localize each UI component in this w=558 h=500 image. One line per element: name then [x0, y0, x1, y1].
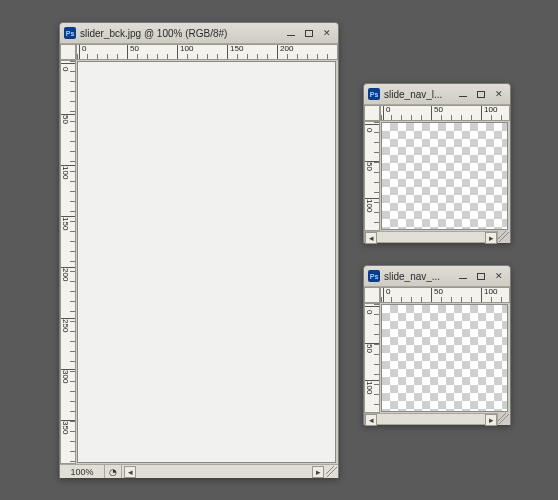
ruler-h-tick: 0: [82, 44, 86, 53]
ruler-corner: [60, 44, 76, 60]
maximize-button[interactable]: [474, 270, 488, 282]
titlebar[interactable]: Ps slide_nav_l...: [364, 84, 510, 105]
document-window-2[interactable]: Ps slide_nav_l... 0 50 100 0 50 100 ◂ ▸: [363, 83, 511, 243]
ruler-v-tick: 150: [61, 217, 70, 230]
ruler-corner: [364, 287, 380, 303]
statusbar: 100% ◔ ◂ ▸: [60, 464, 338, 478]
canvas[interactable]: [77, 61, 336, 463]
maximize-button[interactable]: [474, 88, 488, 100]
ruler-v-tick: 50: [365, 162, 374, 171]
window-title: slide_nav_l...: [384, 89, 442, 100]
scroll-right-button[interactable]: ▸: [485, 232, 497, 244]
photoshop-icon: Ps: [64, 27, 76, 39]
close-button[interactable]: [320, 27, 334, 39]
ruler-h-tick: 150: [230, 44, 243, 53]
document-window-3[interactable]: Ps slide_nav_... 0 50 100 0 50 100 ◂ ▸: [363, 265, 511, 425]
zoom-field[interactable]: 100%: [60, 465, 105, 478]
ruler-v-tick: 0: [365, 128, 374, 132]
ruler-v-tick: 100: [365, 199, 374, 212]
ruler-h-tick: 50: [434, 287, 443, 296]
ruler-horizontal[interactable]: 0 50 100 150 200: [76, 44, 338, 60]
ruler-h-tick: 200: [280, 44, 293, 53]
status-info-icon[interactable]: ◔: [105, 465, 122, 478]
ruler-v-tick: 250: [61, 319, 70, 332]
ruler-vertical[interactable]: 0 50 100 150 200 250 300 350: [60, 60, 76, 464]
titlebar[interactable]: Ps slider_bck.jpg @ 100% (RGB/8#): [60, 23, 338, 44]
ruler-v-tick: 100: [61, 166, 70, 179]
canvas[interactable]: [381, 304, 508, 412]
ruler-horizontal[interactable]: 0 50 100: [380, 105, 510, 121]
ruler-v-tick: 0: [365, 310, 374, 314]
canvas[interactable]: [381, 122, 508, 230]
scroll-right-button[interactable]: ▸: [312, 466, 324, 478]
ruler-h-tick: 0: [386, 287, 390, 296]
ruler-h-tick: 100: [180, 44, 193, 53]
close-button[interactable]: [492, 88, 506, 100]
ruler-v-tick: 100: [365, 381, 374, 394]
photoshop-icon: Ps: [368, 270, 380, 282]
ruler-corner: [364, 105, 380, 121]
ruler-h-tick: 100: [484, 287, 497, 296]
scroll-left-button[interactable]: ◂: [365, 232, 377, 244]
scroll-left-button[interactable]: ◂: [124, 466, 136, 478]
ruler-v-tick: 0: [61, 67, 70, 71]
ruler-v-tick: 300: [61, 370, 70, 383]
close-button[interactable]: [492, 270, 506, 282]
ruler-v-tick: 50: [61, 115, 70, 124]
ruler-v-tick: 200: [61, 268, 70, 281]
minimize-button[interactable]: [284, 27, 298, 39]
titlebar[interactable]: Ps slide_nav_...: [364, 266, 510, 287]
ruler-horizontal[interactable]: 0 50 100: [380, 287, 510, 303]
minimize-button[interactable]: [456, 88, 470, 100]
scrollbar-horizontal[interactable]: ◂ ▸: [364, 231, 498, 243]
minimize-button[interactable]: [456, 270, 470, 282]
photoshop-icon: Ps: [368, 88, 380, 100]
ruler-h-tick: 50: [434, 105, 443, 114]
ruler-h-tick: 100: [484, 105, 497, 114]
maximize-button[interactable]: [302, 27, 316, 39]
document-body: 0 50 100 0 50 100 ◂ ▸: [364, 105, 510, 243]
resize-grip[interactable]: [498, 413, 509, 424]
ruler-vertical[interactable]: 0 50 100: [364, 121, 380, 231]
ruler-v-tick: 350: [61, 421, 70, 434]
scroll-right-button[interactable]: ▸: [485, 414, 497, 426]
ruler-v-tick: 50: [365, 344, 374, 353]
ruler-vertical[interactable]: 0 50 100: [364, 303, 380, 413]
resize-grip[interactable]: [326, 466, 337, 477]
document-body: 0 50 100 150 200 0 50 100 150 200 250 30…: [60, 44, 338, 478]
scroll-left-button[interactable]: ◂: [365, 414, 377, 426]
ruler-h-tick: 0: [386, 105, 390, 114]
scrollbar-horizontal[interactable]: ◂ ▸: [364, 413, 498, 425]
window-title: slider_bck.jpg @ 100% (RGB/8#): [80, 28, 227, 39]
window-title: slide_nav_...: [384, 271, 440, 282]
document-body: 0 50 100 0 50 100 ◂ ▸: [364, 287, 510, 425]
resize-grip[interactable]: [498, 231, 509, 242]
document-window-1[interactable]: Ps slider_bck.jpg @ 100% (RGB/8#) 0 50 1…: [59, 22, 339, 478]
ruler-h-tick: 50: [130, 44, 139, 53]
